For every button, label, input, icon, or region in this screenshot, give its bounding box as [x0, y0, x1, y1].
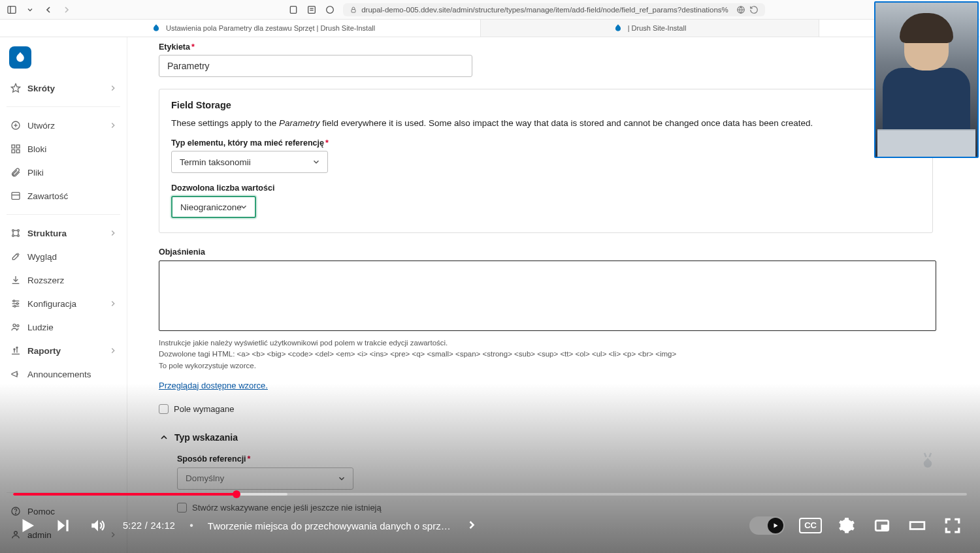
drupal-favicon-icon [613, 24, 623, 33]
ref-method-title: Typ wskazania [174, 432, 238, 443]
field-storage-title: Field Storage [171, 100, 921, 110]
sidebar-item-announcements[interactable]: Announcements [4, 362, 123, 386]
svg-point-34 [17, 324, 19, 326]
sidebar-item-configuration[interactable]: Konfiguracja [4, 292, 123, 315]
svg-marker-44 [57, 520, 65, 531]
sidebar-item-files[interactable]: Pliki [4, 161, 123, 184]
autoplay-knob [768, 518, 783, 533]
field-storage-description: These settings apply to the Parametry fi… [171, 118, 921, 128]
address-bar[interactable]: drupal-demo-005.ddev.site/admin/structur… [343, 3, 765, 16]
svg-marker-47 [774, 524, 778, 528]
lock-icon [350, 6, 357, 14]
sidebar-item-people[interactable]: Ludzie [4, 315, 123, 339]
ref-type-select[interactable]: Termin taksonomii [171, 151, 328, 173]
required-label: Pole wymagane [174, 404, 235, 414]
drupal-logo[interactable] [9, 46, 31, 69]
megaphone-icon [10, 369, 21, 379]
volume-button[interactable] [88, 515, 108, 536]
svg-point-6 [327, 6, 334, 13]
play-button[interactable] [17, 515, 38, 536]
chevron-right-icon [108, 121, 118, 130]
back-icon[interactable] [43, 5, 54, 15]
required-field-row[interactable]: Pole wymagane [159, 404, 967, 414]
svg-rect-49 [882, 526, 887, 529]
chapter-chevron-icon[interactable] [465, 518, 480, 533]
translate-icon[interactable] [736, 5, 745, 14]
sidebar-item-label: Struktura [27, 229, 67, 238]
reader-icon[interactable] [306, 5, 317, 15]
brush-icon [10, 251, 21, 262]
time-display: 5:22 / 24:12 [123, 520, 175, 531]
extensions-icon[interactable] [325, 5, 335, 15]
sidebar-item-extend[interactable]: Rozszerz [4, 268, 123, 292]
sidebar-item-label: Ludzie [27, 323, 54, 332]
chevron-right-icon [108, 299, 118, 308]
help-text-textarea[interactable] [159, 261, 936, 331]
autoplay-toggle[interactable] [749, 516, 785, 535]
fullscreen-button[interactable] [942, 515, 963, 536]
sidebar-item-label: Bloki [27, 144, 46, 154]
theater-button[interactable] [907, 515, 928, 536]
browser-tab-inactive[interactable]: | Drush Site-Install [481, 20, 819, 37]
help-text-label: Objaśnienia [159, 247, 967, 257]
chart-icon [10, 345, 21, 356]
svg-point-20 [18, 230, 20, 232]
progress-bar[interactable] [13, 493, 967, 496]
svg-rect-45 [66, 520, 68, 531]
chevron-right-icon [108, 346, 118, 355]
ref-method-label: Sposób referencji* [177, 454, 967, 464]
sidebar-item-label: Rozszerz [27, 276, 64, 285]
video-player-controls: 5:22 / 24:12 • Tworzenie miejsca do prze… [0, 481, 980, 553]
sidebar-item-appearance[interactable]: Wygląd [4, 245, 123, 268]
etykieta-input[interactable] [159, 55, 472, 77]
chevron-up-icon [159, 432, 169, 443]
svg-point-31 [16, 303, 18, 305]
sliders-icon [10, 228, 21, 238]
ref-method-accordion[interactable]: Typ wskazania [159, 432, 967, 443]
svg-point-33 [13, 324, 16, 326]
channel-watermark[interactable] [913, 443, 942, 477]
sidebar-item-label: Konfiguracja [27, 299, 76, 309]
webcam-overlay [874, 1, 979, 158]
chapter-title[interactable]: Tworzenie miejsca do przechowywania dany… [208, 520, 451, 531]
sidebar-item-create[interactable]: Utwórz [4, 114, 123, 137]
svg-rect-13 [12, 145, 15, 148]
admin-sidebar: Skróty Utwórz Bloki Pliki Zawartość Stru… [0, 37, 127, 553]
reload-icon[interactable] [749, 5, 759, 14]
sidebar-toggle-icon[interactable] [7, 5, 17, 15]
allowed-values-select[interactable]: Nieograniczone [171, 196, 256, 218]
allowed-values-label: Dozwolona liczba wartości [171, 183, 921, 193]
users-icon [10, 322, 21, 332]
help-text-description: Instrukcje jakie należy wyświetlić użytk… [159, 338, 967, 371]
svg-point-19 [12, 230, 14, 232]
svg-rect-17 [12, 193, 20, 200]
svg-rect-50 [910, 522, 924, 529]
sidebar-item-structure[interactable]: Struktura [4, 221, 123, 245]
captions-button[interactable]: CC [799, 518, 822, 533]
required-checkbox[interactable] [159, 404, 169, 414]
browser-tab-active[interactable]: Ustawienia pola Parametry dla zestawu Sp… [142, 20, 481, 37]
shield-icon[interactable] [288, 5, 299, 15]
chevron-down-icon[interactable] [25, 5, 35, 15]
sidebar-item-content[interactable]: Zawartość [4, 184, 123, 208]
sidebar-item-blocks[interactable]: Bloki [4, 137, 123, 161]
sidebar-item-shortcuts[interactable]: Skróty [4, 76, 123, 100]
download-icon [10, 275, 21, 285]
svg-point-36 [16, 347, 18, 348]
browse-patterns-link[interactable]: Przeglądaj dostępne wzorce. [159, 381, 268, 390]
sidebar-item-label: Utwórz [27, 121, 55, 131]
layout-icon [10, 191, 21, 201]
next-button[interactable] [52, 515, 73, 536]
settings-button[interactable] [836, 515, 857, 536]
drupal-favicon-icon [152, 24, 161, 33]
miniplayer-button[interactable] [872, 515, 892, 536]
svg-point-32 [14, 306, 16, 308]
sidebar-item-label: Raporty [27, 346, 61, 356]
allowed-values-value: Nieograniczone [180, 202, 242, 212]
sidebar-item-reports[interactable]: Raporty [4, 339, 123, 362]
field-storage-panel: Field Storage These settings apply to th… [159, 89, 933, 233]
svg-rect-2 [290, 6, 296, 13]
forward-icon[interactable] [61, 5, 72, 15]
browser-tab-title: Ustawienia pola Parametry dla zestawu Sp… [166, 24, 375, 32]
progress-scrubber[interactable] [233, 490, 240, 498]
